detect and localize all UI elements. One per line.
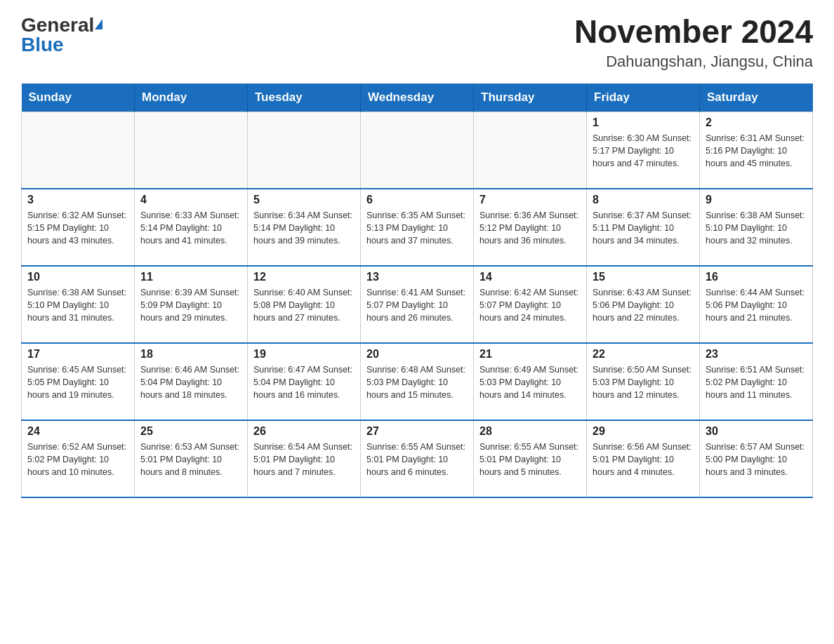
day-info: Sunrise: 6:44 AM Sunset: 5:06 PM Dayligh… <box>706 286 807 324</box>
day-number: 9 <box>706 194 807 206</box>
day-info: Sunrise: 6:38 AM Sunset: 5:10 PM Dayligh… <box>27 286 128 324</box>
calendar-cell: 9Sunrise: 6:38 AM Sunset: 5:10 PM Daylig… <box>700 189 813 266</box>
day-info: Sunrise: 6:55 AM Sunset: 5:01 PM Dayligh… <box>479 441 581 478</box>
calendar-cell: 12Sunrise: 6:40 AM Sunset: 5:08 PM Dayli… <box>248 266 361 343</box>
calendar-cell: 10Sunrise: 6:38 AM Sunset: 5:10 PM Dayli… <box>22 266 135 343</box>
day-info: Sunrise: 6:52 AM Sunset: 5:02 PM Dayligh… <box>27 441 128 478</box>
week-row-5: 24Sunrise: 6:52 AM Sunset: 5:02 PM Dayli… <box>22 420 813 497</box>
day-number: 13 <box>366 271 468 283</box>
day-info: Sunrise: 6:41 AM Sunset: 5:07 PM Dayligh… <box>366 286 468 324</box>
calendar-body: 1Sunrise: 6:30 AM Sunset: 5:17 PM Daylig… <box>22 112 813 497</box>
day-info: Sunrise: 6:56 AM Sunset: 5:01 PM Dayligh… <box>593 441 694 478</box>
day-info: Sunrise: 6:39 AM Sunset: 5:09 PM Dayligh… <box>140 286 241 324</box>
day-info: Sunrise: 6:37 AM Sunset: 5:11 PM Dayligh… <box>593 209 694 247</box>
day-number: 6 <box>366 194 468 206</box>
day-info: Sunrise: 6:57 AM Sunset: 5:00 PM Dayligh… <box>706 441 807 478</box>
calendar-table: SundayMondayTuesdayWednesdayThursdayFrid… <box>21 83 813 499</box>
calendar-cell <box>474 112 587 189</box>
calendar-cell: 4Sunrise: 6:33 AM Sunset: 5:14 PM Daylig… <box>135 189 248 266</box>
month-year-title: November 2024 <box>574 14 813 50</box>
calendar-cell: 25Sunrise: 6:53 AM Sunset: 5:01 PM Dayli… <box>135 420 248 497</box>
calendar-cell: 24Sunrise: 6:52 AM Sunset: 5:02 PM Dayli… <box>22 420 135 497</box>
day-number: 27 <box>366 425 468 438</box>
day-number: 23 <box>706 348 807 361</box>
day-number: 2 <box>706 116 807 129</box>
day-number: 29 <box>593 425 694 438</box>
day-info: Sunrise: 6:50 AM Sunset: 5:03 PM Dayligh… <box>593 363 694 401</box>
day-number: 10 <box>27 271 128 283</box>
calendar-cell <box>135 112 248 189</box>
weekday-header-tuesday: Tuesday <box>248 83 361 112</box>
day-info: Sunrise: 6:34 AM Sunset: 5:14 PM Dayligh… <box>253 209 355 247</box>
calendar-cell: 20Sunrise: 6:48 AM Sunset: 5:03 PM Dayli… <box>361 343 474 420</box>
calendar-cell: 29Sunrise: 6:56 AM Sunset: 5:01 PM Dayli… <box>587 420 700 497</box>
day-info: Sunrise: 6:46 AM Sunset: 5:04 PM Dayligh… <box>140 363 241 401</box>
day-info: Sunrise: 6:35 AM Sunset: 5:13 PM Dayligh… <box>366 209 468 247</box>
calendar-cell: 5Sunrise: 6:34 AM Sunset: 5:14 PM Daylig… <box>248 189 361 266</box>
calendar-cell: 11Sunrise: 6:39 AM Sunset: 5:09 PM Dayli… <box>135 266 248 343</box>
calendar-cell: 13Sunrise: 6:41 AM Sunset: 5:07 PM Dayli… <box>361 266 474 343</box>
day-number: 12 <box>253 271 355 283</box>
calendar-cell: 21Sunrise: 6:49 AM Sunset: 5:03 PM Dayli… <box>474 343 587 420</box>
day-info: Sunrise: 6:43 AM Sunset: 5:06 PM Dayligh… <box>593 286 694 324</box>
day-number: 28 <box>479 425 581 438</box>
calendar-cell: 2Sunrise: 6:31 AM Sunset: 5:16 PM Daylig… <box>700 112 813 189</box>
day-info: Sunrise: 6:45 AM Sunset: 5:05 PM Dayligh… <box>27 363 128 401</box>
day-info: Sunrise: 6:40 AM Sunset: 5:08 PM Dayligh… <box>253 286 355 324</box>
week-row-2: 3Sunrise: 6:32 AM Sunset: 5:15 PM Daylig… <box>22 189 813 266</box>
weekday-header-thursday: Thursday <box>474 83 587 112</box>
day-number: 11 <box>140 271 241 283</box>
calendar-cell: 17Sunrise: 6:45 AM Sunset: 5:05 PM Dayli… <box>22 343 135 420</box>
day-info: Sunrise: 6:30 AM Sunset: 5:17 PM Dayligh… <box>593 132 694 170</box>
week-row-1: 1Sunrise: 6:30 AM Sunset: 5:17 PM Daylig… <box>22 112 813 189</box>
day-number: 17 <box>27 348 128 361</box>
calendar-cell: 16Sunrise: 6:44 AM Sunset: 5:06 PM Dayli… <box>700 266 813 343</box>
logo: General Blue <box>21 14 102 56</box>
day-info: Sunrise: 6:31 AM Sunset: 5:16 PM Dayligh… <box>706 132 807 170</box>
calendar-cell: 26Sunrise: 6:54 AM Sunset: 5:01 PM Dayli… <box>248 420 361 497</box>
day-number: 1 <box>593 116 694 129</box>
day-number: 7 <box>479 194 581 206</box>
day-number: 22 <box>593 348 694 361</box>
day-info: Sunrise: 6:48 AM Sunset: 5:03 PM Dayligh… <box>366 363 468 401</box>
day-number: 8 <box>593 194 694 206</box>
day-info: Sunrise: 6:53 AM Sunset: 5:01 PM Dayligh… <box>140 441 241 478</box>
week-row-4: 17Sunrise: 6:45 AM Sunset: 5:05 PM Dayli… <box>22 343 813 420</box>
calendar-cell: 19Sunrise: 6:47 AM Sunset: 5:04 PM Dayli… <box>248 343 361 420</box>
day-info: Sunrise: 6:38 AM Sunset: 5:10 PM Dayligh… <box>706 209 807 247</box>
day-info: Sunrise: 6:36 AM Sunset: 5:12 PM Dayligh… <box>479 209 581 247</box>
calendar-cell: 7Sunrise: 6:36 AM Sunset: 5:12 PM Daylig… <box>474 189 587 266</box>
title-block: November 2024 Dahuangshan, Jiangsu, Chin… <box>574 14 813 71</box>
day-number: 3 <box>27 194 128 206</box>
day-number: 19 <box>253 348 355 361</box>
day-info: Sunrise: 6:54 AM Sunset: 5:01 PM Dayligh… <box>253 441 355 478</box>
day-number: 14 <box>479 271 581 283</box>
day-info: Sunrise: 6:42 AM Sunset: 5:07 PM Dayligh… <box>479 286 581 324</box>
day-info: Sunrise: 6:33 AM Sunset: 5:14 PM Dayligh… <box>140 209 241 247</box>
calendar-cell: 23Sunrise: 6:51 AM Sunset: 5:02 PM Dayli… <box>700 343 813 420</box>
day-number: 21 <box>479 348 581 361</box>
calendar-cell <box>248 112 361 189</box>
calendar-cell: 6Sunrise: 6:35 AM Sunset: 5:13 PM Daylig… <box>361 189 474 266</box>
day-number: 16 <box>706 271 807 283</box>
day-info: Sunrise: 6:49 AM Sunset: 5:03 PM Dayligh… <box>479 363 581 401</box>
day-number: 24 <box>27 425 128 438</box>
day-number: 4 <box>140 194 241 206</box>
day-number: 15 <box>593 271 694 283</box>
calendar-cell <box>22 112 135 189</box>
logo-arrow-icon <box>95 19 102 29</box>
calendar-cell: 22Sunrise: 6:50 AM Sunset: 5:03 PM Dayli… <box>587 343 700 420</box>
day-number: 26 <box>253 425 355 438</box>
week-row-3: 10Sunrise: 6:38 AM Sunset: 5:10 PM Dayli… <box>22 266 813 343</box>
calendar-cell: 18Sunrise: 6:46 AM Sunset: 5:04 PM Dayli… <box>135 343 248 420</box>
day-info: Sunrise: 6:55 AM Sunset: 5:01 PM Dayligh… <box>366 441 468 478</box>
location-subtitle: Dahuangshan, Jiangsu, China <box>574 53 813 71</box>
weekday-header-row: SundayMondayTuesdayWednesdayThursdayFrid… <box>22 83 813 112</box>
page-header: General Blue November 2024 Dahuangshan, … <box>21 14 813 71</box>
day-info: Sunrise: 6:47 AM Sunset: 5:04 PM Dayligh… <box>253 363 355 401</box>
day-info: Sunrise: 6:32 AM Sunset: 5:15 PM Dayligh… <box>27 209 128 247</box>
calendar-cell: 27Sunrise: 6:55 AM Sunset: 5:01 PM Dayli… <box>361 420 474 497</box>
logo-blue-text: Blue <box>21 34 64 55</box>
weekday-header-saturday: Saturday <box>700 83 813 112</box>
day-number: 18 <box>140 348 241 361</box>
